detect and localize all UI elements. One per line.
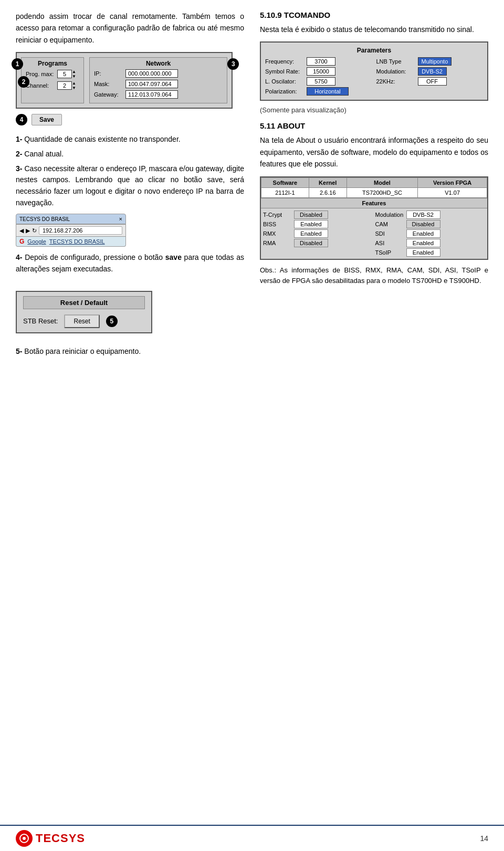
- mask-value[interactable]: 100.047.097.064: [125, 80, 178, 88]
- lnb-type-value: Multiponto: [418, 57, 452, 66]
- browser-close-btn[interactable]: ×: [119, 216, 122, 222]
- modulation-label: Modulation:: [376, 68, 416, 75]
- visualization-note: (Somente para visualização): [260, 106, 488, 114]
- rma-label: RMA: [263, 240, 292, 246]
- about-col-kernel: Kernel: [309, 177, 346, 187]
- footer-logo: TECSYS: [16, 830, 85, 847]
- param-frequency: Frequency: 3700: [265, 57, 372, 66]
- params-grid: Frequency: 3700 Symbol Rate: 15000 L. Os…: [265, 57, 483, 96]
- about-model-value: TS7200HD_SC: [346, 187, 417, 197]
- channel-field: Channel: 2 ▲ ▼: [26, 81, 79, 90]
- gateway-label: Gateway:: [94, 91, 125, 98]
- about-panel: Software Kernel Model Version FPGA 2112I…: [260, 176, 488, 260]
- browser-url-bar[interactable]: 192.168.27.206: [39, 226, 122, 235]
- reload-icon[interactable]: ↻: [32, 227, 37, 234]
- feature-cam: CAM Disabled: [375, 220, 486, 228]
- param-modulation: Modulation: DVB-S2: [376, 67, 484, 76]
- cam-value: Disabled: [406, 220, 440, 228]
- forward-icon[interactable]: ▶: [26, 227, 30, 234]
- channel-spinner[interactable]: ▲ ▼: [72, 81, 76, 90]
- prog-max-down[interactable]: ▼: [72, 74, 76, 79]
- prog-max-up[interactable]: ▲: [72, 69, 76, 74]
- params-right: LNB Type Multiponto Modulation: DVB-S2 2…: [376, 57, 484, 96]
- item5-number: 5-: [16, 347, 22, 355]
- feature-asi: ASI Enabled: [375, 239, 486, 247]
- param-oscilator: L. Oscilator: 5750: [265, 77, 372, 86]
- back-icon[interactable]: ◀: [19, 227, 24, 234]
- save-section: 4 Save: [16, 114, 244, 125]
- browser-bar-wrap: TECSYS DO BRASIL × ◀ ▶ ↻ 192.168.27.206 …: [16, 214, 244, 247]
- feature-sdi: SDI Enabled: [375, 229, 486, 238]
- section-510-heading: 5.10.9 TCOMANDO: [260, 10, 488, 19]
- google-icon: G: [19, 238, 24, 245]
- prog-max-label: Prog. max:: [26, 71, 57, 77]
- list-item-4: 4- Depois de configurado, pressione o bo…: [16, 252, 244, 275]
- asi-label: ASI: [375, 240, 404, 246]
- channel-down[interactable]: ▼: [72, 86, 76, 90]
- about-col-model: Model: [346, 177, 417, 187]
- feature-tcrypt: T-Crypt Disabled: [263, 211, 373, 219]
- feature-biss: BISS Enabled: [263, 220, 373, 228]
- item1-text: Quantidade de canais existente no transp…: [24, 135, 180, 143]
- gateway-field: Gateway: 112.013.079.064: [94, 90, 223, 99]
- prog-max-spinner[interactable]: ▲ ▼: [72, 69, 76, 79]
- save-button[interactable]: Save: [32, 114, 62, 125]
- badge-4: 4: [16, 114, 27, 125]
- lnb-type-label: LNB Type: [376, 58, 416, 65]
- prog-max-value: 5: [57, 70, 72, 78]
- logo-circle: [16, 830, 33, 847]
- about-kernel-value: 2.6.16: [309, 187, 346, 197]
- list-item-3: 3- Caso necessite alterar o endereço IP,…: [16, 163, 244, 209]
- item5-text: Botão para reiniciar o equipamento.: [24, 347, 141, 355]
- feat-modulation-value: DVB-S2: [406, 211, 440, 219]
- list-item-5: 5- Botão para reiniciar o equipamento.: [16, 346, 244, 358]
- 22khz-value: OFF: [418, 77, 447, 86]
- features-grid: T-Crypt Disabled Modulation DVB-S2 BISS …: [261, 208, 487, 259]
- frequency-value: 3700: [307, 57, 335, 66]
- about-table: Software Kernel Model Version FPGA 2112I…: [261, 177, 487, 198]
- oscilator-value: 5750: [307, 77, 335, 86]
- sdi-label: SDI: [375, 230, 404, 237]
- tsoip-label: TSoIP: [375, 249, 404, 256]
- feature-rmx: RMX Enabled: [263, 229, 373, 238]
- reset-panel: Reset / Default STB Reset: Reset 5: [16, 291, 152, 333]
- prog-max-field: Prog. max: 5 ▲ ▼: [26, 69, 79, 79]
- tecsys-browser-link[interactable]: TECSYS DO BRASIL: [49, 238, 105, 245]
- biss-label: BISS: [263, 221, 292, 227]
- gateway-value[interactable]: 112.013.079.064: [125, 90, 178, 99]
- parameters-title: Parameters: [265, 47, 483, 54]
- browser-tab-label: TECSYS DO BRASIL: [19, 216, 70, 222]
- channel-label: Channel:: [26, 82, 57, 89]
- modulation-value: DVB-S2: [418, 67, 447, 76]
- feature-rma: RMA Disabled: [263, 239, 373, 247]
- polarization-value: Horizontal: [307, 87, 349, 96]
- section-511-heading: 5.11 ABOUT: [260, 121, 488, 130]
- section-510-intro: Nesta tela é exibido o status de telecom…: [260, 24, 488, 35]
- list-item-2: 2- Canal atual.: [16, 149, 244, 160]
- ip-value[interactable]: 000.000.000.000: [125, 69, 178, 78]
- programs-title: Programs: [26, 60, 79, 67]
- reset-button[interactable]: Reset: [64, 314, 99, 328]
- programs-section: Programs Prog. max: 5 ▲ ▼ Channel: 2 ▲: [21, 57, 84, 103]
- channel-up[interactable]: ▲: [72, 81, 76, 86]
- sdi-value: Enabled: [406, 229, 440, 238]
- parameters-panel: Parameters Frequency: 3700 Symbol Rate: …: [260, 41, 488, 101]
- ip-field: IP: 000.000.000.000: [94, 69, 223, 78]
- reset-title: Reset / Default: [23, 296, 145, 309]
- frequency-label: Frequency:: [265, 58, 304, 65]
- footer: TECSYS 14: [0, 825, 504, 851]
- feature-modulation: Modulation DVB-S2: [375, 211, 486, 219]
- intro-paragraph: podendo assim trocar de canal remotament…: [16, 10, 244, 46]
- google-link[interactable]: Google: [27, 238, 46, 245]
- tcrypt-value: Disabled: [294, 211, 328, 219]
- item4-text: Depois de configurado, pressione o botão…: [16, 253, 244, 273]
- badge-2: 2: [18, 76, 29, 88]
- params-left: Frequency: 3700 Symbol Rate: 15000 L. Os…: [265, 57, 372, 96]
- network-section: Network IP: 000.000.000.000 Mask: 100.04…: [89, 57, 227, 103]
- section-511-intro: Na tela de About o usuário encontrará in…: [260, 134, 488, 170]
- oscilator-label: L. Oscilator:: [265, 78, 304, 85]
- 22khz-label: 22KHz:: [376, 78, 416, 85]
- logo-gear-icon: [19, 833, 29, 844]
- about-col-fpga: Version FPGA: [418, 177, 487, 187]
- item2-number: 2-: [16, 150, 22, 158]
